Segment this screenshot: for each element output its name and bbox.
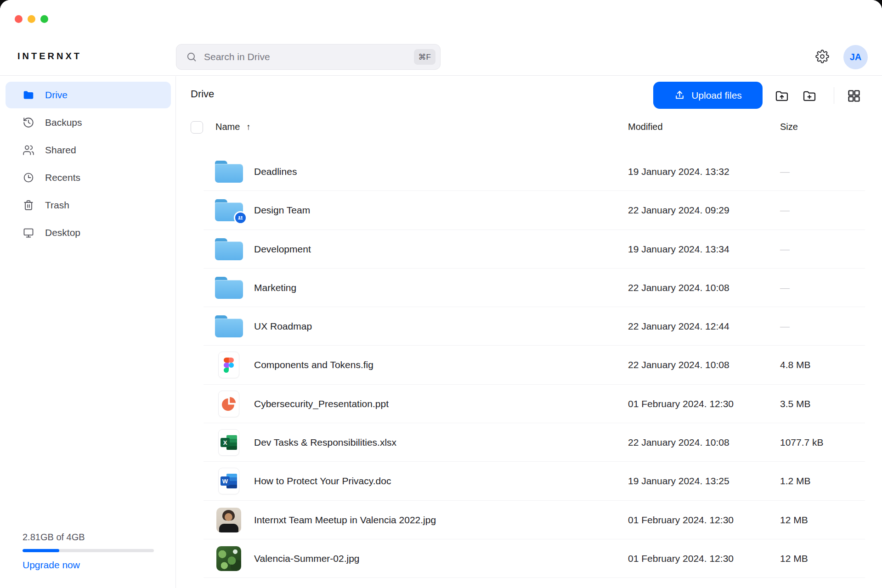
- file-size: —: [780, 191, 790, 230]
- table-header: Name↑ Modified Size: [176, 115, 882, 152]
- app-window: INTERNXT ⌘F JA Drive Backups: [0, 0, 882, 588]
- file-icon: X W: [215, 152, 243, 191]
- file-icon: X W: [215, 462, 243, 500]
- file-modified: 22 January 2024. 10:08: [628, 269, 729, 307]
- table-row[interactable]: X W Deadlines 19 January 2024. 13:32 —: [204, 152, 865, 191]
- sort-ascending-icon: ↑: [246, 122, 251, 132]
- table-row[interactable]: X W Internxt Team Meetup in Valencia 202…: [204, 501, 865, 539]
- file-size: —: [780, 230, 790, 269]
- file-modified: 22 January 2024. 10:08: [628, 423, 729, 462]
- word-file-icon: W: [218, 468, 239, 494]
- file-size: 12 MB: [780, 539, 808, 578]
- column-header-modified[interactable]: Modified: [628, 122, 663, 132]
- settings-gear-button[interactable]: [815, 50, 830, 64]
- file-modified: 01 February 2024. 12:30: [628, 385, 734, 423]
- sidebar-item-label: Shared: [45, 145, 76, 156]
- sidebar-item-backups[interactable]: Backups: [6, 109, 171, 136]
- file-modified: 22 January 2024. 09:29: [628, 191, 729, 230]
- file-size: —: [780, 269, 790, 307]
- folder-icon: [215, 238, 243, 260]
- table-row[interactable]: X W UX Roadmap 22 January 2024. 12:44 —: [204, 307, 865, 346]
- gear-icon: [815, 50, 829, 63]
- table-row[interactable]: X W Marketing 22 January 2024. 10:08 —: [204, 269, 865, 307]
- file-name: Valencia-Summer-02.jpg: [254, 539, 360, 578]
- file-modified: 01 February 2024. 12:30: [628, 539, 734, 578]
- storage-progress-fill: [23, 549, 59, 552]
- storage-section: 2.81GB of 4GB Upgrade now: [23, 532, 154, 571]
- page-title: Drive: [191, 88, 214, 100]
- file-size: 3.5 MB: [780, 385, 811, 423]
- file-icon: X W: [215, 539, 243, 578]
- table-row[interactable]: X W How to Protect Your Privacy.doc 19 J…: [204, 462, 865, 500]
- file-icon: X W: [215, 423, 243, 462]
- table-row[interactable]: X W Dev Tasks & Responsibilities.xlsx 22…: [204, 423, 865, 462]
- select-all-checkbox[interactable]: [191, 121, 203, 134]
- file-name: Marketing: [254, 269, 296, 307]
- avatar[interactable]: JA: [843, 45, 868, 69]
- file-modified: 19 January 2024. 13:34: [628, 230, 729, 269]
- folder-icon: [215, 161, 243, 183]
- file-icon: X W: [215, 269, 243, 307]
- upload-files-label: Upload files: [691, 90, 742, 101]
- file-size: 4.8 MB: [780, 346, 811, 384]
- sidebar-item-label: Backups: [45, 117, 82, 128]
- table-row[interactable]: X W Design Team 22 January 2024. 09:29 —: [204, 191, 865, 230]
- file-icon: X W: [215, 191, 243, 230]
- sidebar-item-shared[interactable]: Shared: [6, 137, 171, 163]
- zoom-window-button[interactable]: [40, 15, 48, 23]
- excel-file-icon: X: [218, 429, 239, 456]
- folder-icon: [215, 315, 243, 337]
- minimize-window-button[interactable]: [28, 15, 35, 23]
- file-icon: X W: [215, 346, 243, 384]
- file-icon: X W: [215, 307, 243, 346]
- grid-view-icon: [847, 89, 861, 103]
- file-icon: X W: [215, 385, 243, 423]
- file-modified: 19 January 2024. 13:25: [628, 462, 729, 500]
- sidebar-item-drive[interactable]: Drive: [6, 82, 171, 108]
- history-icon: [23, 117, 34, 129]
- folder-icon: [23, 89, 34, 101]
- folder-icon: [215, 277, 243, 299]
- powerpoint-file-icon: [218, 391, 239, 417]
- sidebar-item-recents[interactable]: Recents: [6, 164, 171, 191]
- file-size: 1077.7 kB: [780, 423, 824, 462]
- file-name: UX Roadmap: [254, 307, 312, 346]
- column-header-name[interactable]: Name↑: [215, 122, 251, 132]
- sidebar-item-desktop[interactable]: Desktop: [6, 219, 171, 246]
- figma-file-icon: [218, 352, 239, 378]
- search-icon: [186, 51, 198, 63]
- internxt-logo: INTERNXT: [17, 51, 82, 62]
- new-folder-button[interactable]: [802, 89, 817, 103]
- file-modified: 19 January 2024. 13:32: [628, 152, 729, 191]
- window-controls: [15, 15, 48, 23]
- upload-files-button[interactable]: Upload files: [653, 82, 763, 109]
- new-folder-icon: [802, 89, 817, 103]
- file-modified: 01 February 2024. 12:30: [628, 501, 734, 539]
- file-name: Deadlines: [254, 152, 297, 191]
- grid-view-button[interactable]: [847, 89, 861, 103]
- file-icon: X W: [215, 501, 243, 539]
- search-shortcut-badge: ⌘F: [414, 49, 435, 65]
- file-icon: X W: [215, 230, 243, 269]
- search-bar[interactable]: ⌘F: [176, 44, 441, 70]
- sidebar-item-label: Drive: [45, 90, 68, 101]
- file-modified: 22 January 2024. 12:44: [628, 307, 729, 346]
- clock-icon: [23, 172, 34, 184]
- sidebar-item-trash[interactable]: Trash: [6, 192, 171, 218]
- table-row[interactable]: X W Cybersecurity_Presentation.ppt 01 Fe…: [204, 385, 865, 423]
- column-header-size[interactable]: Size: [780, 122, 798, 132]
- desktop-icon: [23, 227, 34, 239]
- photo-thumbnail-leaves: [216, 546, 241, 571]
- search-input[interactable]: [204, 51, 414, 62]
- sidebar-item-label: Desktop: [45, 227, 80, 238]
- upgrade-now-link[interactable]: Upgrade now: [23, 560, 80, 571]
- file-name: Components and Tokens.fig: [254, 346, 373, 384]
- upload-folder-button[interactable]: [775, 89, 789, 103]
- table-row[interactable]: X W Components and Tokens.fig 22 January…: [204, 346, 865, 384]
- close-window-button[interactable]: [15, 15, 23, 23]
- file-name: Design Team: [254, 191, 310, 230]
- shared-folder-icon: [215, 199, 243, 221]
- table-row[interactable]: X W Valencia-Summer-02.jpg 01 February 2…: [204, 539, 865, 578]
- file-name: Dev Tasks & Responsibilities.xlsx: [254, 423, 396, 462]
- table-row[interactable]: X W Development 19 January 2024. 13:34 —: [204, 230, 865, 269]
